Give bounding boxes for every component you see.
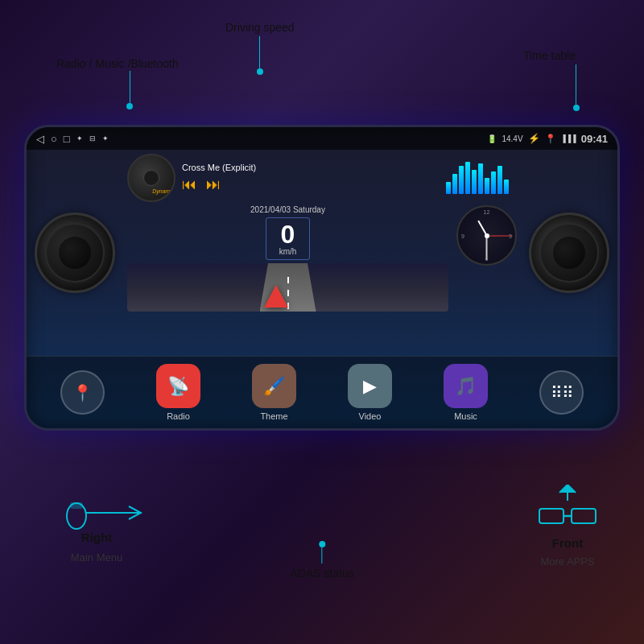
home-icon[interactable]: ○ xyxy=(51,133,57,145)
vinyl-label: Dynami xyxy=(152,188,171,194)
equalizer xyxy=(438,162,517,194)
svg-rect-6 xyxy=(539,509,564,523)
right-direction-label: Right xyxy=(81,530,112,544)
nav-icons: ◁ ○ □ ✦ ⊟ ✦ xyxy=(36,133,109,145)
music-icon[interactable]: 🎵 xyxy=(444,364,488,408)
status-indicators: 🔋 14.4V ⚡ 📍 ▐▐▐ 09:41 xyxy=(487,133,608,145)
car-infotainment-device: ◁ ○ □ ✦ ⊟ ✦ 🔋 14.4V ⚡ 📍 ▐▐▐ 09:41 xyxy=(24,125,620,431)
video-icon[interactable]: ▶ xyxy=(348,364,392,408)
signal-icon: ▐▐▐ xyxy=(561,134,576,142)
app-bar: 📍 📡 Radio 🖌️ Theme ▶ Video 🎵 Music xyxy=(27,356,617,428)
radio-music-bt-label: Radio / Music /Bluetooth xyxy=(56,57,179,70)
music-app-item[interactable]: 🎵 Music xyxy=(444,364,488,421)
location-icon: 📍 xyxy=(545,134,556,144)
left-speaker xyxy=(27,150,123,356)
right-speaker xyxy=(521,150,617,356)
bluetooth-icon: ⚡ xyxy=(528,133,540,144)
location-nav-button[interactable]: 📍 xyxy=(60,370,105,415)
date-display: 2021/04/03 Saturday xyxy=(127,205,448,214)
back-icon[interactable]: ◁ xyxy=(36,133,44,145)
prev-button[interactable]: ⏮ xyxy=(182,176,196,193)
eq-bar xyxy=(472,170,477,194)
time-table-label: Time table xyxy=(523,49,576,62)
song-title: Cross Me (Explicit) xyxy=(182,163,431,172)
speed-unit: km/h xyxy=(279,247,297,256)
theme-app-item[interactable]: 🖌️ Theme xyxy=(252,364,296,421)
vinyl-disc: Dynami xyxy=(127,154,175,202)
eq-bar xyxy=(452,174,457,194)
more-apps-label: More APPS xyxy=(535,555,600,568)
music-label: Music xyxy=(454,411,477,421)
eq-bar xyxy=(446,182,451,194)
front-label: Front xyxy=(552,536,583,550)
more-apps-button[interactable]: ⠿⠿ xyxy=(539,370,584,415)
svg-rect-7 xyxy=(572,509,596,523)
eq-bar xyxy=(485,178,489,194)
driving-speed-label: Driving speed xyxy=(225,21,295,34)
eq-bar xyxy=(465,162,470,194)
theme-icon[interactable]: 🖌️ xyxy=(252,364,296,408)
eq-bar xyxy=(491,171,496,194)
next-button[interactable]: ⏭ xyxy=(206,176,221,193)
usb2-icon: ✦ xyxy=(102,134,109,142)
video-label: Video xyxy=(359,411,382,421)
analog-clock: 12 6 3 9 xyxy=(456,205,517,266)
video-app-item[interactable]: ▶ Video xyxy=(348,364,392,421)
adas-annotation: ADAS status xyxy=(290,541,353,580)
theme-label: Theme xyxy=(260,411,287,421)
eq-bar xyxy=(504,180,509,194)
recent-icon[interactable]: □ xyxy=(64,133,70,145)
main-display-area: Dynami Cross Me (Explicit) ⏮ ⏭ 2021/04/0… xyxy=(27,150,617,356)
main-menu-annotation: Right Main Menu xyxy=(48,482,145,564)
navigation-display xyxy=(127,263,448,312)
svg-rect-1 xyxy=(71,503,82,508)
speed-value: 0 xyxy=(279,221,297,247)
eq-bar xyxy=(478,163,483,194)
adas-label: ADAS status xyxy=(290,567,353,580)
battery-value: 14.4V xyxy=(502,134,522,143)
radio-label: Radio xyxy=(167,411,190,421)
more-apps-annotation: Front More APPS xyxy=(535,485,600,568)
clock-center-dot xyxy=(485,233,489,238)
left-speaker-circle xyxy=(35,213,115,293)
right-speaker-circle xyxy=(529,213,609,293)
eq-bar xyxy=(459,166,464,194)
time-display: 09:41 xyxy=(581,133,608,145)
eq-bar xyxy=(497,166,502,194)
radio-icon[interactable]: 📡 xyxy=(156,364,200,408)
main-menu-label: Main Menu xyxy=(48,551,145,564)
battery-indicator: 🔋 xyxy=(487,134,497,143)
media-icon: ⊟ xyxy=(89,134,96,142)
radio-app-item[interactable]: 📡 Radio xyxy=(156,364,200,421)
usb-icon: ✦ xyxy=(76,134,83,142)
status-bar: ◁ ○ □ ✦ ⊟ ✦ 🔋 14.4V ⚡ 📍 ▐▐▐ 09:41 xyxy=(27,127,617,150)
